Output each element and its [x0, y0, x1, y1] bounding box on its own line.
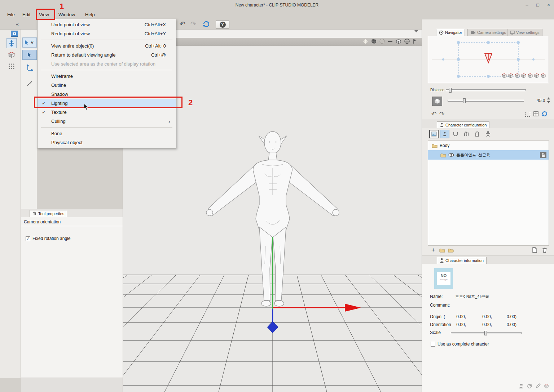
new-page-icon[interactable] [532, 247, 537, 254]
object-tool[interactable] [6, 50, 17, 60]
cube-view-top-icon[interactable] [527, 73, 533, 79]
visibility-eye-icon[interactable] [448, 153, 454, 157]
tool-camera[interactable] [22, 50, 37, 60]
refresh-view-icon[interactable] [541, 110, 548, 119]
undo-view-icon[interactable]: ↶ [180, 20, 185, 28]
dark-sphere-icon[interactable] [371, 39, 377, 45]
menu-file[interactable]: File [6, 10, 16, 19]
menu-item-undo-point-of-view[interactable]: Undo point of view Ctrl+Alt+X [38, 20, 176, 29]
use-complete-row[interactable]: Use as complete character [431, 342, 489, 347]
camera-rotate-tool[interactable] [6, 38, 17, 48]
tool-measure[interactable] [22, 79, 37, 89]
tree-row-body[interactable]: Body [428, 141, 549, 150]
tab-view-settings[interactable]: View settings [507, 29, 542, 36]
chevron-down-icon[interactable] [414, 32, 418, 37]
menu-item-label: Bone [51, 131, 62, 136]
cube-view-back-icon[interactable] [508, 73, 514, 79]
menu-item-wireframe[interactable]: Wireframe [38, 72, 176, 81]
select-area-icon[interactable] [525, 112, 530, 117]
camera-settings-tab-label: Camera settings [477, 30, 506, 35]
sync-icon[interactable] [527, 383, 532, 390]
no-image-thumbnail[interactable]: NO image [434, 268, 453, 289]
menu-item-view-entire-object[interactable]: View entire object(0) Ctrl+Alt+0 [38, 41, 176, 50]
part-tab-body-icon[interactable] [440, 130, 449, 138]
menu-item-bone[interactable]: Bone [38, 129, 176, 138]
flag-icon[interactable] [413, 39, 417, 45]
perspective-slider-thumb[interactable] [463, 98, 466, 103]
cube-view-bottom-icon[interactable] [534, 73, 540, 79]
cube-icon[interactable] [396, 39, 401, 45]
nav-redo-icon[interactable]: ↷ [439, 110, 444, 118]
pen-icon[interactable] [535, 383, 541, 390]
distance-slider-thumb[interactable] [449, 88, 452, 93]
part-tab-face-icon[interactable] [451, 130, 460, 138]
part-tab-accessory-icon[interactable] [472, 130, 482, 138]
gray-sphere-icon[interactable] [379, 39, 385, 45]
sun-icon[interactable] [363, 39, 368, 45]
menu-item-label: Redo point of view [51, 31, 90, 36]
scale-slider-thumb[interactable] [484, 331, 487, 335]
cube-view-persp-icon[interactable] [540, 73, 546, 79]
menu-item-texture[interactable]: ✓ Texture [38, 108, 176, 117]
perspective-spinner[interactable] [547, 97, 550, 106]
menu-item-return-default-angle[interactable]: Return to default viewing angle Ctrl+@ [38, 50, 176, 59]
tool-move-axis[interactable] [22, 63, 37, 73]
tab-character-configuration[interactable]: Character configuration [437, 121, 489, 128]
view-settings-tab-label: View settings [516, 30, 540, 35]
cube-view-left-icon[interactable] [514, 73, 520, 79]
redo-view-icon[interactable]: ↷ [190, 20, 196, 28]
layers-icon[interactable] [544, 383, 549, 390]
fixed-rotation-checkbox[interactable]: ✓ [26, 236, 30, 241]
menu-item-use-selected-area-center[interactable]: Use selected area as the center of displ… [38, 59, 176, 68]
distance-slider[interactable] [446, 89, 526, 91]
cube-view-right-icon[interactable] [521, 73, 527, 79]
maximize-button[interactable]: □ [532, 0, 543, 10]
axis-z-diamond[interactable] [267, 321, 278, 333]
menu-item-redo-point-of-view[interactable]: Redo point of view Ctrl+Alt+Y [38, 29, 176, 38]
add-icon[interactable]: + [431, 246, 435, 254]
menu-item-physical-object[interactable]: Physical object [38, 138, 176, 147]
cube-view-front-icon[interactable] [501, 73, 507, 79]
menu-edit[interactable]: Edit [21, 10, 32, 19]
title-bar: New character* - CLIP STUDIO MODELER – □… [0, 0, 554, 10]
body-tree: Body 튼튼여엘프_선근육 [428, 141, 549, 246]
add-figure-icon[interactable] [518, 383, 524, 390]
name-label: Name: [430, 294, 443, 299]
menu-window[interactable]: Window [57, 10, 76, 19]
mesh-points-tool[interactable] [6, 61, 17, 71]
part-tab-pose-icon[interactable] [483, 130, 493, 138]
tree-row-layer[interactable]: 튼튼여엘프_선근육 [428, 150, 549, 160]
help-button[interactable]: ? [216, 20, 229, 29]
part-tab-hair-icon[interactable] [462, 130, 471, 138]
fixed-rotation-row[interactable]: ✓ Fixed rotation angle [26, 236, 70, 241]
tool-properties-header: Tool properties [21, 209, 123, 217]
use-complete-checkbox[interactable] [431, 342, 435, 347]
menu-help[interactable]: Help [84, 10, 96, 19]
menu-item-label: Physical object [51, 140, 83, 145]
menu-item-culling[interactable]: Culling › [38, 117, 176, 126]
minus-icon[interactable] [388, 39, 393, 45]
nav-undo-icon[interactable]: ↶ [431, 110, 436, 118]
close-button[interactable]: × [543, 0, 554, 10]
trash-icon[interactable] [542, 247, 547, 254]
reset-view-icon[interactable] [202, 20, 211, 29]
camera-view-icon[interactable] [11, 31, 18, 37]
minimize-button[interactable]: – [522, 0, 532, 10]
scale-slider[interactable] [451, 332, 522, 334]
lock-icon[interactable] [540, 152, 546, 158]
globe-icon[interactable] [404, 39, 410, 45]
new-folder-icon[interactable] [439, 248, 445, 254]
fit-view-icon[interactable] [533, 111, 539, 118]
tool-view-label: V [31, 40, 34, 45]
perspective-icon[interactable] [432, 97, 442, 106]
part-tab-image-icon[interactable] [429, 130, 439, 138]
perspective-slider[interactable] [448, 100, 524, 102]
tab-navigator[interactable]: Navigator [436, 29, 465, 36]
tab-character-information[interactable]: Character information [437, 257, 487, 264]
tool-view[interactable]: V [22, 37, 37, 48]
tab-camera-settings[interactable]: Camera settings [467, 29, 509, 36]
collapse-left-icon[interactable]: « [16, 20, 19, 28]
menu-item-outline[interactable]: Outline [38, 81, 176, 90]
tab-tool-properties[interactable]: Tool properties [30, 210, 67, 217]
open-folder-icon[interactable] [448, 248, 454, 254]
